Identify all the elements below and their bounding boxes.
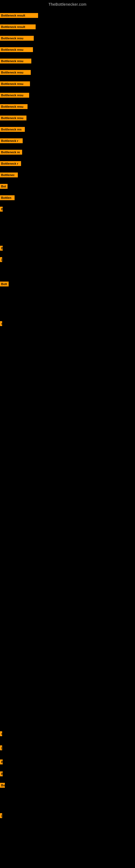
bar-label: Bottleneck res [0, 127, 25, 132]
bar-label: Bo [0, 783, 5, 788]
bar-label: Bott [0, 282, 9, 286]
site-title: TheBottlenecker.com [0, 0, 135, 8]
bar-row: Bottlenec [0, 173, 18, 177]
bar-label: Bottlenec [0, 173, 18, 177]
bar-row: Bottleneck result [0, 13, 38, 18]
bar-row: Bottlen [0, 195, 14, 200]
bar-label: Bottlen [0, 195, 14, 200]
bar-row: Bottleneck r [0, 161, 21, 166]
bar-row: Bottleneck resu [0, 116, 27, 120]
bar-label: Bottleneck re [0, 150, 22, 155]
bar-label: B [0, 246, 3, 251]
bar-row: | [0, 813, 2, 818]
bar-label: Bottleneck r [0, 138, 23, 143]
bar-row: B [0, 246, 3, 251]
bar-label: Bottleneck result [0, 24, 36, 29]
bar-row: Bot [0, 184, 8, 189]
bar-label: Bot [0, 184, 8, 189]
bar-label: Bottleneck r [0, 161, 21, 166]
bar-row: Bottleneck result [0, 24, 36, 29]
bar-row: s [0, 731, 2, 736]
bar-label: | [0, 745, 2, 750]
bar-row: Bottleneck resu [0, 36, 34, 41]
bar-row: Bottleneck res [0, 127, 25, 132]
bar-row: Bottleneck resu [0, 93, 29, 98]
bar-row: Bottleneck resu [0, 82, 30, 86]
bar-label: Bottleneck resu [0, 82, 30, 86]
bar-label: Bottleneck resu [0, 36, 34, 41]
bar-label: Bottleneck resu [0, 47, 33, 52]
bar-label: s [0, 731, 2, 736]
bar-label: B [0, 760, 3, 764]
bar-row: Bo [0, 783, 5, 788]
bar-row: s [0, 321, 2, 326]
bar-label: | [0, 813, 2, 818]
bar-row: B [0, 207, 3, 212]
bar-row: B [0, 771, 3, 776]
bar-label: B [0, 207, 3, 212]
bar-row: B [0, 760, 3, 764]
bar-row: Bottleneck resu [0, 104, 28, 109]
bar-row: Bottleneck r [0, 138, 23, 143]
bar-row: Bottleneck resu [0, 59, 31, 63]
bar-row: | [0, 257, 2, 262]
bar-label: Bottleneck resu [0, 59, 31, 63]
bar-label: | [0, 257, 2, 262]
bar-label: B [0, 771, 3, 776]
bar-row: Bottleneck re [0, 150, 22, 155]
bar-row: | [0, 745, 2, 750]
bar-label: Bottleneck resu [0, 70, 31, 75]
bar-label: Bottleneck resu [0, 93, 29, 98]
bar-label: Bottleneck resu [0, 104, 28, 109]
bar-row: Bott [0, 282, 9, 286]
bar-label: Bottleneck result [0, 13, 38, 18]
bar-label: s [0, 321, 2, 326]
bar-row: Bottleneck resu [0, 47, 33, 52]
bar-row: Bottleneck resu [0, 70, 31, 75]
bar-label: Bottleneck resu [0, 116, 27, 120]
